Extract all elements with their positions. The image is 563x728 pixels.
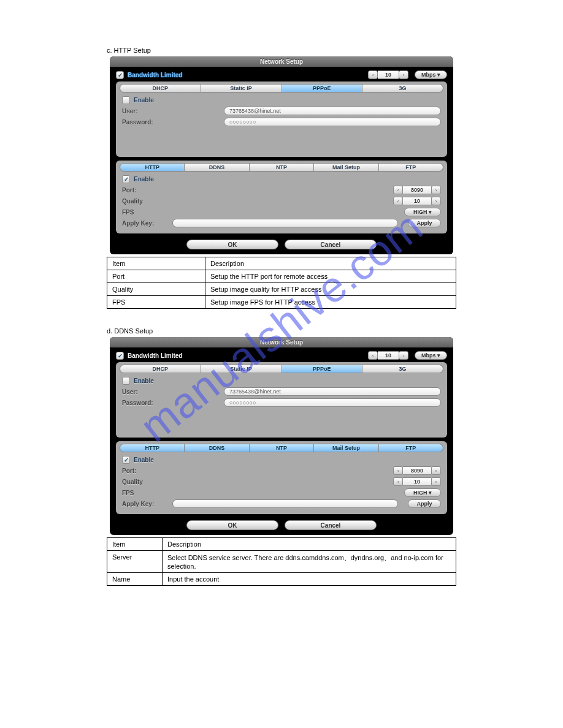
bandwidth-value: 10: [378, 70, 399, 79]
apply-key-label: Apply Key:: [122, 220, 165, 227]
chevron-right-icon[interactable]: ›: [431, 197, 441, 205]
port-stepper[interactable]: ‹ 8090 ›: [393, 466, 441, 475]
bandwidth-label: Bandwidth Limited: [128, 352, 182, 359]
password-label: Password:: [122, 119, 220, 126]
fps-select[interactable]: HIGH ▾: [404, 488, 441, 497]
network-setup-dialog-ddns: Network Setup ✓ Bandwidth Limited ‹ 10 ›…: [110, 337, 453, 535]
tab-mail-setup[interactable]: Mail Setup: [314, 163, 378, 172]
table-cell: Input the account: [163, 573, 456, 586]
chevron-right-icon[interactable]: ›: [431, 186, 441, 194]
table-cell: Setup image FPS for HTTP access: [205, 296, 456, 309]
tab-ddns[interactable]: DDNS: [185, 163, 249, 172]
ddns-enable-checkbox[interactable]: ✓: [122, 456, 130, 464]
table-cell: Setup image quality for HTTP access: [205, 283, 456, 296]
tab-dhcp[interactable]: DHCP: [120, 365, 201, 373]
chevron-down-icon: ▾: [437, 72, 440, 78]
chevron-left-icon[interactable]: ‹: [368, 70, 378, 79]
tab-http[interactable]: HTTP: [120, 444, 185, 452]
cancel-button[interactable]: Cancel: [285, 520, 377, 530]
port-label: Port:: [122, 187, 165, 194]
chevron-down-icon: ▾: [429, 490, 432, 496]
connection-panel: DHCP Static IP PPPoE 3G ✓ Enable User: 7…: [116, 82, 447, 157]
cancel-button[interactable]: Cancel: [285, 240, 377, 249]
quality-stepper[interactable]: ‹ 10 ›: [393, 477, 441, 486]
apply-key-input[interactable]: [172, 499, 398, 508]
user-label: User:: [122, 108, 220, 115]
tab-pppoe[interactable]: PPPoE: [282, 365, 363, 373]
password-input[interactable]: ○○○○○○○○: [224, 118, 441, 126]
password-label: Password:: [122, 400, 220, 406]
quality-value: 10: [403, 197, 431, 205]
tab-static-ip[interactable]: Static IP: [201, 84, 282, 93]
services-tabs: HTTP DDNS NTP Mail Setup FTP: [120, 163, 443, 172]
table-cell: Quality: [107, 283, 205, 296]
port-value: 8090: [403, 186, 431, 194]
pppoe-enable-label: Enable: [134, 377, 154, 384]
quality-label: Quality: [122, 479, 165, 485]
tab-static-ip[interactable]: Static IP: [201, 365, 282, 373]
bandwidth-checkbox[interactable]: ✓: [116, 352, 124, 360]
chevron-left-icon[interactable]: ‹: [393, 477, 403, 486]
chevron-left-icon[interactable]: ‹: [368, 351, 378, 360]
bandwidth-unit-select[interactable]: Mbps ▾: [415, 70, 447, 79]
ddns-section-heading: d. DDNS Setup: [107, 327, 456, 335]
tab-ftp[interactable]: FTP: [379, 163, 443, 172]
fps-label: FPS: [122, 209, 165, 216]
chevron-left-icon[interactable]: ‹: [393, 466, 403, 475]
quality-stepper[interactable]: ‹ 10 ›: [393, 197, 441, 205]
http-section-heading: c. HTTP Setup: [107, 47, 456, 54]
tab-mail-setup[interactable]: Mail Setup: [314, 444, 378, 452]
tab-ntp[interactable]: NTP: [250, 444, 314, 452]
tab-3g[interactable]: 3G: [362, 84, 443, 93]
ddns-enable-label: Enable: [134, 457, 154, 463]
table-cell: FPS: [107, 296, 205, 309]
fps-select[interactable]: HIGH ▾: [404, 208, 441, 216]
tab-ntp[interactable]: NTP: [250, 163, 314, 172]
user-input[interactable]: 73765438@hinet.net: [224, 107, 441, 115]
chevron-right-icon[interactable]: ›: [431, 477, 441, 486]
tab-3g[interactable]: 3G: [362, 365, 443, 373]
chevron-left-icon[interactable]: ‹: [393, 197, 403, 205]
port-value: 8090: [403, 466, 431, 475]
table-cell: Server: [107, 551, 163, 573]
tab-ftp[interactable]: FTP: [379, 444, 443, 452]
table-header: Description: [163, 538, 456, 551]
services-panel: HTTP DDNS NTP Mail Setup FTP ✓ Enable Po…: [116, 161, 447, 233]
apply-button[interactable]: Apply: [408, 499, 441, 508]
apply-key-input[interactable]: [172, 219, 398, 227]
http-enable-checkbox[interactable]: ✓: [122, 175, 130, 183]
tab-pppoe[interactable]: PPPoE: [282, 84, 363, 93]
bandwidth-value: 10: [378, 351, 399, 360]
user-input[interactable]: 73765438@hinet.net: [224, 387, 441, 396]
apply-key-label: Apply Key:: [122, 501, 165, 507]
pppoe-enable-checkbox[interactable]: ✓: [122, 377, 130, 385]
ok-button[interactable]: OK: [186, 520, 278, 530]
apply-button[interactable]: Apply: [408, 219, 441, 227]
chevron-left-icon[interactable]: ‹: [393, 186, 403, 194]
table-cell: Setup the HTTP port for remote access: [205, 270, 456, 283]
quality-value: 10: [403, 477, 431, 486]
http-enable-label: Enable: [134, 176, 154, 183]
bandwidth-unit-select[interactable]: Mbps ▾: [415, 351, 447, 360]
dialog-title: Network Setup: [110, 56, 453, 67]
tab-dhcp[interactable]: DHCP: [120, 84, 201, 93]
chevron-right-icon[interactable]: ›: [431, 466, 441, 475]
connection-tabs: DHCP Static IP PPPoE 3G: [120, 365, 443, 373]
pppoe-enable-checkbox[interactable]: ✓: [122, 96, 130, 104]
network-setup-dialog-http: Network Setup ✓ Bandwidth Limited ‹ 10 ›…: [110, 56, 453, 254]
table-cell: Name: [107, 573, 163, 586]
chevron-right-icon[interactable]: ›: [399, 70, 408, 79]
bandwidth-stepper[interactable]: ‹ 10 ›: [368, 70, 408, 79]
bandwidth-checkbox[interactable]: ✓: [116, 71, 124, 79]
password-input[interactable]: ○○○○○○○○: [224, 398, 441, 407]
bandwidth-stepper[interactable]: ‹ 10 ›: [368, 351, 408, 360]
tab-ddns[interactable]: DDNS: [185, 444, 249, 452]
bandwidth-label: Bandwidth Limited: [128, 72, 182, 78]
tab-http[interactable]: HTTP: [120, 163, 185, 172]
chevron-right-icon[interactable]: ›: [399, 351, 408, 360]
fps-label: FPS: [122, 490, 165, 496]
services-panel: HTTP DDNS NTP Mail Setup FTP ✓ Enable Po…: [116, 441, 447, 514]
ok-button[interactable]: OK: [186, 240, 278, 249]
port-stepper[interactable]: ‹ 8090 ›: [393, 186, 441, 194]
table-cell: Select DDNS service server. There are dd…: [163, 551, 456, 573]
